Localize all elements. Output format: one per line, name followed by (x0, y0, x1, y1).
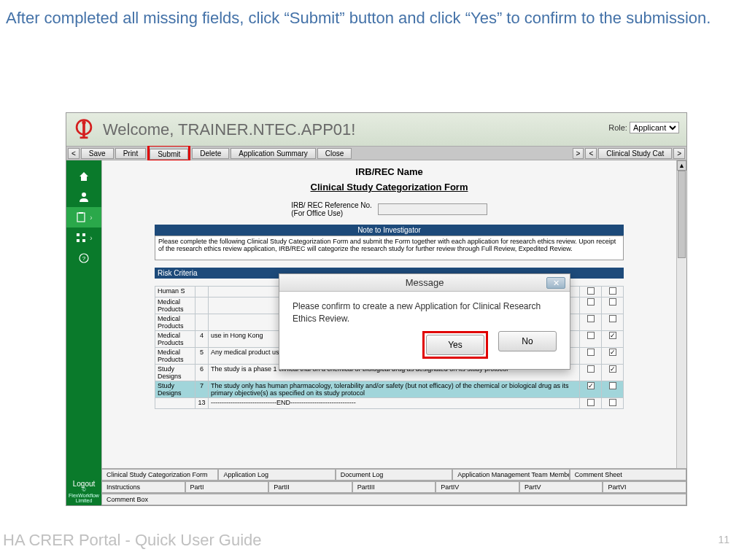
breadcrumb-prev-button[interactable]: < (585, 148, 597, 159)
refno-label: IRB/ REC Reference No. (For Office Use) (291, 201, 372, 217)
role-label: Role: (608, 123, 627, 132)
chevron-right-icon: › (90, 234, 92, 242)
cell-num: 4 (196, 331, 209, 348)
tab-clinical-study-categorization-form[interactable]: Clinical Study Categorization Form (101, 469, 218, 481)
cell-check1[interactable]: ✓ (580, 381, 602, 398)
welcome-text: Welcome, TRAINER.NTEC.APP01! (103, 120, 355, 139)
close-icon: ✕ (553, 279, 560, 288)
save-button[interactable]: Save (81, 148, 114, 159)
chevron-right-icon: › (90, 214, 92, 222)
sidebar-home[interactable] (66, 166, 101, 187)
cell-check2[interactable] (602, 398, 624, 409)
cell-desc: The study only has human pharmacology, t… (209, 381, 580, 398)
tab-instructions[interactable]: Instructions (101, 481, 185, 493)
print-button[interactable]: Print (115, 148, 147, 159)
toolbar: < Save Print Submit Delete Application S… (66, 146, 686, 160)
note-bar: Note to Investigator (155, 225, 624, 236)
cell-check1[interactable] (580, 314, 602, 331)
submit-highlight: Submit (147, 144, 190, 162)
sidebar-help[interactable]: ? (66, 248, 101, 268)
bottom-tabs: Clinical Study Categorization FormApplic… (101, 468, 686, 505)
tab-partii[interactable]: PartII (268, 481, 352, 493)
cell-check1[interactable] (580, 287, 602, 298)
nav-prev-button[interactable]: < (68, 148, 80, 159)
cell-num: 7 (196, 381, 209, 398)
cell-num (196, 298, 209, 314)
scrollbar[interactable]: ▲ ▼ (676, 160, 686, 505)
sidebar: › › ? Logout © FlexWorkflow Limited (66, 160, 101, 505)
yes-button[interactable]: Yes (426, 335, 484, 355)
role-select[interactable]: Applicant (630, 122, 679, 133)
cell-check1[interactable] (580, 348, 602, 365)
no-button[interactable]: No (498, 331, 557, 351)
cell-num (196, 314, 209, 331)
sidebar-form[interactable]: › (66, 207, 101, 228)
svg-rect-7 (82, 233, 85, 236)
cell-check2[interactable] (602, 287, 624, 298)
tab-partiv[interactable]: PartIV (436, 481, 519, 493)
cell-category: Study Designs (155, 365, 196, 381)
tab-comment-sheet[interactable]: Comment Sheet (570, 469, 686, 481)
confirm-modal: Message ✕ Please confirm to create a new… (279, 273, 570, 370)
sidebar-user[interactable] (66, 187, 101, 207)
svg-point-3 (82, 192, 86, 197)
tab-application-management-team-member-form[interactable]: Application Management Team Member Form (452, 469, 569, 481)
cell-check1[interactable] (580, 298, 602, 314)
footer-title: HA CRER Portal - Quick User Guide (3, 531, 262, 550)
home-icon (78, 171, 90, 182)
page-number: 11 (718, 534, 729, 545)
cell-category (155, 398, 196, 409)
submit-button[interactable]: Submit (150, 149, 188, 160)
cell-desc: ------------------------------END-------… (209, 398, 580, 409)
app-summary-button[interactable]: Application Summary (231, 148, 315, 159)
svg-rect-5 (79, 212, 83, 214)
tab-document-log[interactable]: Document Log (336, 469, 452, 481)
cell-check2[interactable] (602, 381, 624, 398)
close-button[interactable]: Close (317, 148, 352, 159)
modal-title-text: Message (406, 277, 444, 288)
tab-row-1: Clinical Study Categorization FormApplic… (101, 468, 686, 481)
logo-icon (71, 117, 97, 143)
refno-input[interactable] (378, 203, 487, 215)
cell-check2[interactable] (602, 314, 624, 331)
breadcrumb-next-button[interactable]: > (673, 148, 685, 159)
breadcrumb-button[interactable]: Clinical Study Cat (598, 148, 672, 159)
clipboard-icon (75, 211, 87, 223)
tab-partiii[interactable]: PartIII (352, 481, 436, 493)
modal-body: Please confirm to create a new Applicati… (279, 292, 570, 331)
help-icon: ? (78, 252, 90, 264)
delete-button[interactable]: Delete (192, 148, 229, 159)
modal-title: Message ✕ (279, 274, 570, 292)
cell-check1[interactable] (580, 331, 602, 348)
svg-rect-6 (77, 233, 80, 236)
cell-check2[interactable]: ✓ (602, 365, 624, 381)
cell-num: 6 (196, 365, 209, 381)
tab-partv[interactable]: PartV (519, 481, 603, 493)
scroll-up-button[interactable]: ▲ (677, 160, 686, 171)
table-row: Study Designs7The study only has human p… (155, 381, 624, 398)
user-icon (78, 191, 90, 203)
cell-check1[interactable] (580, 398, 602, 409)
svg-rect-9 (82, 239, 85, 242)
cell-check2[interactable]: ✓ (602, 348, 624, 365)
tab-partvi[interactable]: PartVI (603, 481, 686, 493)
cell-check1[interactable] (580, 365, 602, 381)
tab-comment-box[interactable]: Comment Box (101, 494, 686, 505)
scroll-thumb[interactable] (678, 171, 686, 258)
svg-rect-2 (82, 123, 85, 136)
nav-next-button[interactable]: > (573, 148, 584, 159)
note-text: Please complete the following Clinical S… (155, 236, 624, 260)
form-subhead: Clinical Study Categorization Form (111, 182, 667, 192)
tab-parti[interactable]: PartI (185, 481, 269, 493)
cell-check2[interactable]: ✓ (602, 331, 624, 348)
cell-category: Study Designs (155, 381, 196, 398)
slide-title: After completed all missing fields, clic… (0, 0, 747, 30)
svg-text:?: ? (82, 255, 86, 262)
cell-category: Human S (155, 287, 196, 298)
tab-application-log[interactable]: Application Log (218, 469, 335, 481)
cell-category: Medical Products (155, 298, 196, 314)
modal-close-button[interactable]: ✕ (546, 277, 565, 289)
sidebar-grid[interactable]: › (66, 228, 101, 248)
cell-check2[interactable] (602, 298, 624, 314)
copyright-text: © FlexWorkflow Limited (66, 487, 101, 504)
